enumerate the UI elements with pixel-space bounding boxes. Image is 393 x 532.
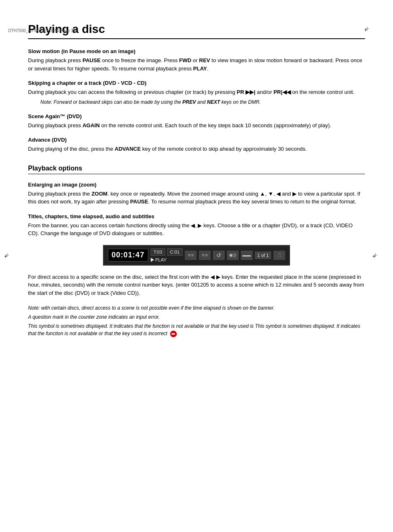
note-3: This symbol is sometimes displayed. It i…	[28, 322, 365, 337]
banner-play: PLAY	[151, 257, 166, 262]
section-slow-motion: Slow motion (in Pause mode on an image) …	[28, 48, 365, 72]
banner-box: 00:01:47 T:03 C:01 PLAY	[103, 245, 290, 266]
crosshair-top-right: +	[364, 27, 372, 35]
banner-info-column: T:03 C:01 PLAY	[151, 248, 182, 262]
titles-heading: Titles, chapters, time elapsed, audio an…	[28, 213, 365, 219]
section-skipping: Skipping a chapter or a track (DVD - VCD…	[28, 80, 365, 106]
banner-display: 00:01:47 T:03 C:01 PLAY	[28, 245, 365, 266]
playback-options-heading: Playback options	[28, 165, 365, 174]
banner-subtitle-icon: ▬▬	[241, 251, 253, 260]
slow-motion-heading: Slow motion (in Pause mode on an image)	[28, 48, 365, 54]
banner-track: T:03	[151, 248, 165, 256]
page-title: Playing a disc	[28, 23, 365, 39]
header-meta: DTH7500_en 4/07/03 16:56 Page 34	[8, 28, 75, 33]
banner-repeat-icon: ↺	[213, 251, 225, 260]
page-header: DTH7500_en 4/07/03 16:56 Page 34	[8, 28, 75, 33]
section-advance: Advance (DVD) During playing of the disc…	[28, 137, 365, 153]
speaker-symbol: ◉))	[229, 252, 236, 258]
section-zoom: Enlarging an image (zoom) During playbac…	[28, 182, 365, 206]
notes-section: Note: with certain discs, direct access …	[28, 304, 365, 337]
banner-image-icon: 🎵	[274, 251, 285, 260]
section-titles-chapters: Titles, chapters, time elapsed, audio an…	[28, 213, 365, 338]
page-wrapper: DTH7500_en 4/07/03 16:56 Page 34 + + + P…	[0, 23, 393, 532]
banner-top-row: T:03 C:01	[151, 248, 182, 256]
incorrect-text: This symbol is sometimes displayed. It i…	[28, 323, 360, 336]
banner-bottom-row: PLAY	[151, 257, 182, 262]
skipping-note: Note: Forward or backward skips can also…	[40, 99, 365, 106]
banner-audio-icon1: ≋≋	[185, 251, 196, 260]
advance-body: During playing of the disc, press the AD…	[28, 145, 365, 153]
section-scene-again: Scene Again™ (DVD) During playback press…	[28, 113, 365, 130]
no-entry-icon	[170, 331, 177, 337]
skipping-heading: Skipping a chapter or a track (DVD - VCD…	[28, 80, 365, 86]
advance-heading: Advance (DVD)	[28, 137, 365, 143]
banner-play-label: PLAY	[155, 257, 166, 262]
note-2: A question mark in the counter zone indi…	[28, 313, 365, 321]
titles-body: From the banner, you can access certain …	[28, 222, 365, 238]
titles-body2: For direct access to a specific scene on…	[28, 273, 365, 297]
repeat-symbol: ↺	[216, 252, 221, 259]
subtitle-symbol: ▬▬	[243, 253, 251, 257]
scene-again-body: During playback press AGAIN on the remot…	[28, 121, 365, 130]
zoom-heading: Enlarging an image (zoom)	[28, 182, 365, 188]
main-content: Playing a disc Slow motion (in Pause mod…	[28, 23, 365, 337]
banner-time: 00:01:47	[108, 249, 148, 261]
crosshair-left-mid: +	[4, 253, 12, 261]
wave-icon1: ≋≋	[187, 253, 194, 257]
wave-icon2: ≋≋	[201, 253, 208, 257]
scene-again-heading: Scene Again™ (DVD)	[28, 113, 365, 119]
skipping-body: During playback you can access the follo…	[28, 88, 365, 96]
banner-chapter: C:01	[167, 248, 182, 256]
banner-audio-icon2: ≋≋	[199, 251, 211, 260]
image-symbol: 🎵	[277, 253, 282, 257]
crosshair-right-mid: +	[372, 253, 381, 261]
banner-of-label: 1 of 1	[255, 252, 271, 259]
banner-speaker-icon: ◉))	[227, 251, 239, 260]
slow-motion-body: During playback press PAUSE once to free…	[28, 56, 365, 72]
note-1: Note: with certain discs, direct access …	[28, 304, 365, 312]
zoom-body: During playback press the ZOOM. key once…	[28, 190, 365, 206]
play-triangle-icon	[151, 258, 154, 262]
